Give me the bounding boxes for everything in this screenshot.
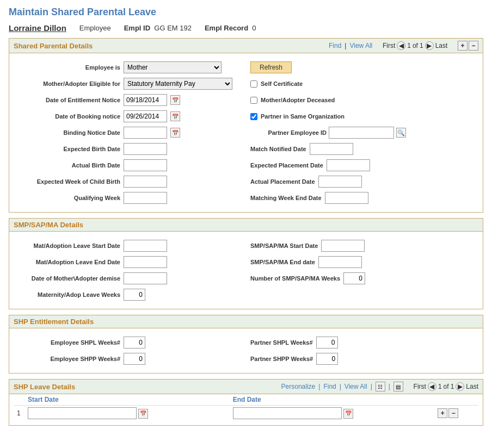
expected-placement-label: Expected Placement Date (250, 162, 323, 169)
shp-next-btn[interactable]: ▶ (456, 382, 464, 391)
emp-shpp-row: Employee SHPP Weeks# (22, 352, 242, 365)
mat-leave-start-input[interactable] (124, 240, 167, 252)
shp-entitlement-title: SHP Entitlement Details (14, 318, 94, 326)
actual-birth-label: Actual Birth Date (22, 162, 120, 169)
shp-leave-nav: Personalize | Find | View All | ☷ | ▤ Fi… (281, 382, 478, 391)
date-booking-input[interactable] (124, 110, 167, 122)
page-title: Maintain Shared Parental Leave (9, 7, 483, 18)
mat-leave-end-label: Mat/Adoption Leave End Date (22, 259, 120, 265)
find-link[interactable]: Find (329, 42, 341, 49)
col-end-date: End Date (230, 394, 435, 406)
expected-birth-row: Expected Birth Date (22, 142, 242, 155)
shp-view-all-link[interactable]: View All (345, 383, 367, 390)
shp-find-link[interactable]: Find (323, 383, 336, 390)
row-start-date-input[interactable] (28, 407, 137, 419)
mat-leave-weeks-input[interactable] (124, 289, 145, 301)
next-page-btn[interactable]: ▶ (425, 41, 434, 50)
expected-birth-input[interactable] (124, 143, 167, 155)
add-row-btn[interactable]: + (458, 41, 468, 51)
shp-leave-details-header: SHP Leave Details Personalize | Find | V… (9, 379, 483, 394)
date-booking-cal-btn[interactable]: 📅 (170, 111, 180, 121)
num-smp-weeks-input[interactable] (343, 272, 365, 284)
date-entitlement-cal-btn[interactable]: 📅 (170, 95, 180, 105)
actual-placement-label: Actual Placement Date (250, 178, 315, 185)
partner-employee-id-input[interactable] (329, 127, 394, 139)
smp-sap-details-header: SMP/SAP/MA Details (9, 219, 483, 232)
expected-placement-row: Expected Placement Date (250, 159, 470, 172)
partner-same-org-label: Partner in Same Organization (261, 113, 345, 120)
binding-notice-input[interactable] (124, 127, 167, 139)
smp-start-row: SMP/SAP/MA Start Date (250, 239, 470, 252)
shp-chart-icon-btn[interactable]: ▤ (393, 382, 403, 391)
shp-grid-icon-btn[interactable]: ☷ (376, 382, 385, 391)
row-start-date-cal-btn[interactable]: 📅 (138, 409, 148, 419)
shp-pager-total: 1 (451, 383, 454, 390)
row-end-date-cal-btn[interactable]: 📅 (343, 409, 353, 419)
mother-adopter-label: Mother/Adopter Eligible for (22, 80, 120, 87)
partner-shpp-input[interactable] (316, 353, 338, 365)
row-end-date-input[interactable] (233, 407, 342, 419)
refresh-button[interactable]: Refresh (250, 61, 292, 73)
partner-employee-id-row: Partner Employee ID 🔍 (250, 126, 470, 139)
mother-deceased-checkbox[interactable] (250, 97, 257, 104)
date-entitlement-input[interactable] (124, 94, 167, 106)
row-number: 1 (14, 406, 24, 421)
mat-leave-end-input[interactable] (124, 256, 167, 268)
emp-shpl-label: Employee SHPL Weeks# (22, 339, 120, 346)
smp-end-row: SMP/SAP/MA End date (250, 256, 470, 269)
personalize-link[interactable]: Personalize (281, 383, 316, 390)
matching-week-input[interactable] (325, 192, 368, 204)
remove-row-btn[interactable]: − (469, 41, 478, 51)
shp-leave-pager: First ◀ 1 of 1 ▶ Last (414, 382, 478, 391)
qualifying-week-input[interactable] (124, 192, 167, 204)
shared-parental-details-section: Shared Parental Details Find | View All … (9, 38, 483, 213)
row-remove-btn[interactable]: − (448, 408, 458, 418)
actual-placement-input[interactable] (318, 176, 362, 188)
emp-shpl-input[interactable] (124, 337, 145, 349)
partner-id-search-btn[interactable]: 🔍 (396, 128, 406, 138)
matching-week-row: Matching Week End Date (250, 191, 470, 204)
actual-birth-row: Actual Birth Date (22, 159, 242, 172)
mother-adopter-select[interactable]: Statutory Maternity Pay Statutory Adopti… (124, 78, 232, 90)
smp-start-input[interactable] (321, 240, 365, 252)
shp-right-col: Partner SHPL Weeks# Partner SHPP Weeks# (246, 334, 474, 368)
shp-first-label: First (414, 383, 426, 390)
row-add-btn[interactable]: + (438, 408, 447, 418)
mat-leave-end-row: Mat/Adoption Leave End Date (22, 256, 242, 269)
view-all-link[interactable]: View All (349, 42, 372, 49)
shp-leave-details-section: SHP Leave Details Personalize | Find | V… (9, 379, 483, 426)
employee-type: Employee (79, 24, 111, 32)
shp-pager-current: 1 (438, 383, 442, 390)
mother-deceased-label: Mother/Adopter Deceased (261, 97, 335, 103)
expected-placement-input[interactable] (327, 159, 370, 171)
date-entitlement-row: Date of Entitlement Notice 📅 (22, 94, 242, 107)
last-label: Last (435, 42, 448, 49)
expected-week-input[interactable] (124, 176, 167, 188)
smp-sap-details-title: SMP/SAP/MA Details (14, 221, 83, 229)
qualifying-week-label: Qualifying Week (22, 195, 120, 201)
smp-end-input[interactable] (318, 256, 362, 268)
shp-prev-btn[interactable]: ◀ (428, 382, 436, 391)
binding-notice-cal-btn[interactable]: 📅 (170, 128, 180, 138)
partner-same-org-checkbox[interactable] (250, 113, 257, 120)
binding-notice-row: Binding Notice Date 📅 (22, 126, 242, 139)
match-notified-label: Match Notified Date (250, 146, 306, 152)
table-row: 1 📅 📅 + − (14, 406, 478, 421)
partner-shpl-row: Partner SHPL Weeks# (250, 336, 470, 349)
date-entitlement-label: Date of Entitlement Notice (22, 97, 120, 103)
pager-total: 1 (420, 42, 423, 49)
date-booking-label: Date of Booking notice (22, 113, 120, 120)
employee-is-select[interactable]: Mother Father Adopter (124, 61, 222, 73)
form-right-col: Refresh Self Certificate Mother/Adopter … (246, 59, 474, 207)
nav-pager: First ◀ 1 of 1 ▶ Last (383, 41, 447, 50)
emp-shpp-input[interactable] (124, 353, 145, 365)
actual-birth-input[interactable] (124, 159, 167, 171)
col-row-num (14, 394, 24, 406)
partner-shpl-input[interactable] (316, 337, 338, 349)
date-mother-demise-input[interactable] (124, 272, 167, 284)
self-cert-checkbox[interactable] (250, 80, 257, 88)
match-notified-input[interactable] (310, 143, 353, 155)
smp-start-label: SMP/SAP/MA Start Date (250, 242, 318, 249)
prev-page-btn[interactable]: ◀ (397, 41, 405, 50)
shared-parental-details-content: Employee is Mother Father Adopter Mother… (9, 53, 483, 212)
